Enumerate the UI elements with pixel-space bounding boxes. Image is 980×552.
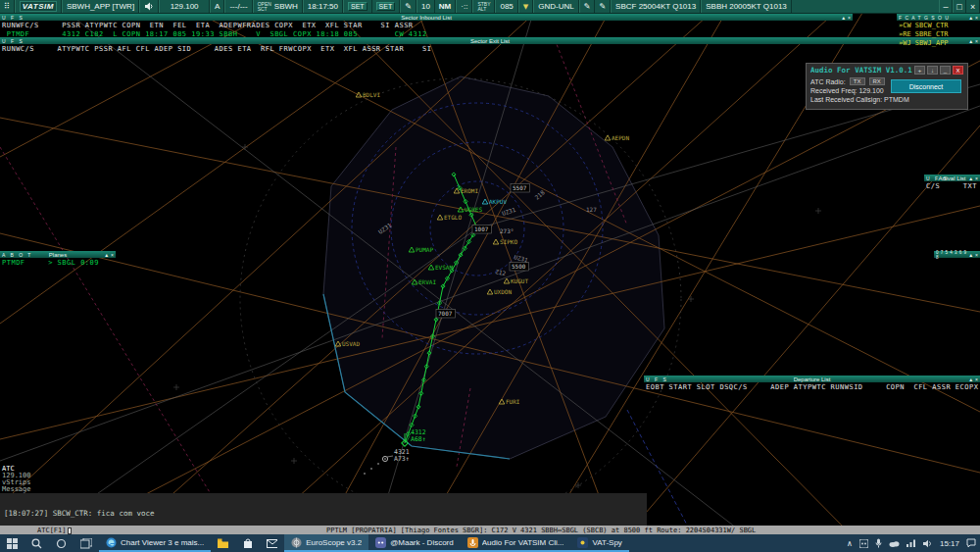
- airway-label: 7007: [438, 310, 453, 317]
- taskbar-vatspy[interactable]: VAT-Spy: [570, 534, 628, 552]
- close-icon[interactable]: ×: [111, 252, 114, 258]
- controller-row[interactable]: »RE SBRE_CTR: [897, 29, 980, 38]
- chat-tab-message[interactable]: Message: [2, 486, 31, 493]
- sector-exit-titlebar[interactable]: U F S Sector Exit List ▲×: [0, 37, 980, 44]
- euroscope-window: BDLVIAEPDNEROMIAKPUVUGRESETGLOSIPKOPUMAP…: [0, 0, 980, 552]
- tray-network-icon[interactable]: [906, 539, 916, 547]
- flightplan-strip-text[interactable]: PPTLM [PROPATRIA] [Thiago Fontes SBGR]: …: [326, 527, 756, 534]
- afv-rx-indicator[interactable]: RX: [869, 77, 885, 85]
- pencil-icon-2[interactable]: ✎: [595, 0, 611, 13]
- afv-close-button[interactable]: X: [953, 66, 963, 75]
- taskbar-store[interactable]: [235, 534, 260, 552]
- dots-icon[interactable]: ·::: [456, 0, 472, 13]
- speaker-icon[interactable]: [139, 0, 159, 13]
- taskbar-euroscope[interactable]: EuroScope v3.2: [284, 534, 368, 552]
- pencil-icon-1[interactable]: ✎: [579, 0, 596, 13]
- afv-atc-radio-label: ATC Radio:: [810, 78, 846, 85]
- aircraft-tag-line[interactable]: A68↑: [411, 435, 426, 443]
- search-button[interactable]: [24, 534, 49, 552]
- controller-row[interactable]: »CW SBCW_CTR: [897, 21, 980, 29]
- audio-for-vatsim-window[interactable]: Audio For VATSIM V1.0.1 + ↓ _ X ATC Radi…: [806, 63, 968, 110]
- afv-icon: [467, 537, 478, 548]
- afv-plus-button[interactable]: +: [914, 66, 925, 75]
- afv-minimize-button[interactable]: _: [940, 66, 951, 75]
- taskbar-file-explorer[interactable]: [211, 534, 235, 552]
- collapse-icon[interactable]: ▲: [841, 15, 846, 21]
- waypoint-label-furi: FURI: [506, 398, 520, 405]
- afv-down-button[interactable]: ↓: [927, 66, 938, 75]
- sct-file-button[interactable]: OPENSCT SBWH: [253, 0, 303, 13]
- waypoint-label-ugres: UGRES: [465, 206, 482, 213]
- collapsed-list-titlebar[interactable]: 0 7 5 4 3 6 9 8 ▲×: [934, 251, 980, 258]
- departure-list-titlebar[interactable]: U F S Departure List ▲×: [644, 376, 980, 382]
- arrival-list-titlebar[interactable]: U F S Arrival List ▲×: [924, 175, 980, 181]
- waypoint-label-uxdon: UXDON: [494, 288, 512, 295]
- collapse-icon[interactable]: ▲: [968, 176, 973, 181]
- close-icon[interactable]: ×: [975, 252, 978, 258]
- chat-message-panel[interactable]: [18:07:27] SBCW_CTR: fica com voce [18:1…: [0, 493, 647, 526]
- waypoint-label-usvad: USVAD: [342, 340, 360, 347]
- edit-tag-icon[interactable]: ✎: [400, 0, 416, 13]
- discord-icon: [375, 537, 386, 548]
- vor-cross: [291, 458, 297, 464]
- tray-volume-icon[interactable]: [923, 539, 933, 548]
- action-center-icon[interactable]: [966, 538, 976, 548]
- close-icon[interactable]: ×: [975, 376, 978, 382]
- taskbar-edge-chart-viewer[interactable]: Chart Viewer 3 e mais...: [99, 534, 211, 552]
- chat-message: [18:07:27] SBCW_CTR: fica com voce: [4, 510, 643, 518]
- taskbar-mail[interactable]: [260, 534, 284, 552]
- waypoint-label-evsam: EVSAM: [435, 264, 453, 271]
- planes-list: A B O T Planes ▲× PTMDF > SBGL 0:09: [0, 251, 116, 267]
- planes-list-titlebar[interactable]: A B O T Planes ▲×: [0, 251, 116, 258]
- waypoint-label-pumap: PUMAP: [416, 246, 433, 253]
- menu-grid-icon[interactable]: ⠿: [0, 0, 15, 13]
- set-button-2[interactable]: SET: [372, 0, 401, 13]
- tray-chevron-icon[interactable]: ∧: [847, 539, 853, 548]
- visibility-range[interactable]: GND-UNL: [533, 0, 578, 13]
- collapse-icon[interactable]: ▲: [968, 252, 973, 258]
- vor-cross: [173, 384, 179, 390]
- tray-discord-icon[interactable]: [859, 539, 868, 548]
- close-icon[interactable]: ×: [975, 176, 978, 181]
- tray-mic-icon[interactable]: [875, 538, 882, 548]
- vatsim-logo[interactable]: VATSIM: [15, 0, 62, 13]
- airway-label: 5507: [513, 184, 527, 191]
- window-maximize-button[interactable]: □: [953, 0, 966, 13]
- taskbar-afv[interactable]: Audio For VATSIM Cli...: [461, 534, 571, 552]
- chat-tab-list: ATC 129.100 vStrips Message: [2, 466, 31, 493]
- window-minimize-button[interactable]: –: [939, 0, 953, 13]
- mode-button[interactable]: A: [210, 0, 224, 13]
- collapse-icon[interactable]: ▲: [968, 376, 973, 382]
- metar-sbcf[interactable]: SBCF 25004KT Q1013: [611, 0, 701, 13]
- close-icon[interactable]: ×: [975, 15, 978, 21]
- collapse-icon[interactable]: ▲: [104, 252, 109, 258]
- aircraft-tag-line[interactable]: A73↑: [394, 455, 410, 463]
- afv-tx-indicator[interactable]: TX: [850, 77, 865, 85]
- afv-disconnect-button[interactable]: Disconnect: [891, 79, 961, 93]
- taskbar-discord[interactable]: @Maark - Discord: [368, 534, 461, 552]
- close-icon[interactable]: ×: [848, 15, 851, 21]
- range-value[interactable]: 10: [416, 0, 435, 13]
- tray-clock[interactable]: 15:17: [940, 539, 959, 548]
- tray-onedrive-icon[interactable]: [889, 540, 900, 547]
- altitude-filter-button[interactable]: STBYALT: [472, 0, 495, 13]
- cortana-button[interactable]: [49, 534, 74, 552]
- command-input[interactable]: ATC[F1]: [37, 527, 72, 534]
- filter-funnel-icon[interactable]: ▼: [518, 0, 533, 13]
- primary-frequency[interactable]: 129.100: [159, 0, 210, 13]
- transition-level[interactable]: 085: [495, 0, 517, 13]
- start-button[interactable]: [0, 534, 24, 552]
- set-button-1[interactable]: SET: [343, 0, 372, 13]
- controller-list-titlebar[interactable]: F C A T G S O U ▲×: [897, 14, 980, 21]
- window-close-button[interactable]: ×: [966, 0, 980, 13]
- aircraft-target[interactable]: 4321A73↑: [364, 448, 410, 475]
- controller-row[interactable]: »WJ SBWJ_APP: [897, 38, 980, 47]
- task-view-button[interactable]: [74, 534, 99, 552]
- sector-inbound-titlebar[interactable]: U F S Sector Inbound List ▲×: [0, 14, 853, 21]
- clock: 18:17:50: [303, 0, 343, 13]
- connect-callsign-button[interactable]: SBWH_APP [TWR]: [62, 0, 139, 13]
- squawk-range[interactable]: ---/---: [224, 0, 252, 13]
- collapse-icon[interactable]: ▲: [968, 15, 973, 21]
- metar-sbbh[interactable]: SBBH 20005KT Q1013: [701, 0, 792, 13]
- planes-row[interactable]: PTMDF > SBGL 0:09: [0, 258, 116, 267]
